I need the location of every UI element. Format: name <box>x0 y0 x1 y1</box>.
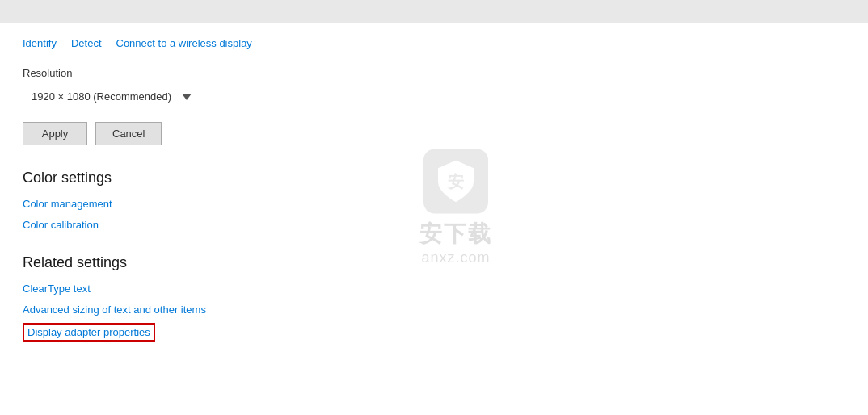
related-settings-section: Related settings ClearType text Advanced… <box>23 254 845 342</box>
display-adapter-link[interactable]: Display adapter properties <box>23 323 155 342</box>
content-area: Identify Detect Connect to a wireless di… <box>0 23 868 380</box>
color-management-block: Color management <box>23 196 845 211</box>
cleartype-block: ClearType text <box>23 281 845 296</box>
related-settings-heading: Related settings <box>23 254 845 271</box>
top-nav-links: Identify Detect Connect to a wireless di… <box>23 37 845 49</box>
top-bar <box>0 0 868 23</box>
color-management-link[interactable]: Color management <box>23 198 112 210</box>
color-settings-section: Color settings Color management Color ca… <box>23 170 845 232</box>
apply-button[interactable]: Apply <box>23 122 87 145</box>
advanced-sizing-link[interactable]: Advanced sizing of text and other items <box>23 304 206 316</box>
resolution-label: Resolution <box>23 67 845 79</box>
main-container: Identify Detect Connect to a wireless di… <box>0 0 868 415</box>
connect-wireless-link[interactable]: Connect to a wireless display <box>116 37 252 49</box>
display-adapter-block: Display adapter properties <box>23 323 845 342</box>
resolution-dropdown[interactable]: 800 × 600 1024 × 768 1280 × 720 1366 × 7… <box>23 86 200 107</box>
detect-link[interactable]: Detect <box>71 37 102 49</box>
color-settings-heading: Color settings <box>23 170 845 187</box>
resolution-section: Resolution 800 × 600 1024 × 768 1280 × 7… <box>23 67 845 107</box>
color-calibration-link[interactable]: Color calibration <box>23 219 99 231</box>
identify-link[interactable]: Identify <box>23 37 57 49</box>
advanced-sizing-block: Advanced sizing of text and other items <box>23 302 845 316</box>
action-buttons: Apply Cancel <box>23 122 845 145</box>
cleartype-link[interactable]: ClearType text <box>23 283 91 295</box>
color-calibration-block: Color calibration <box>23 217 845 232</box>
cancel-button[interactable]: Cancel <box>95 122 162 145</box>
